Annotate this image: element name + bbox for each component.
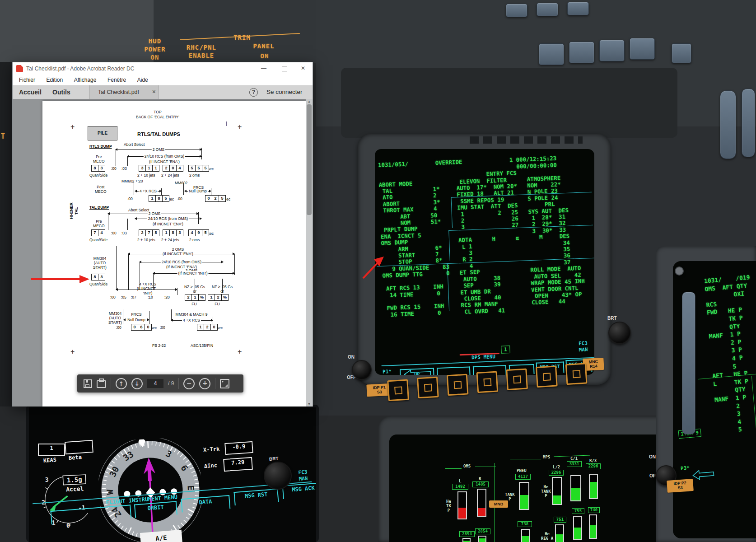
menu-affichage[interactable]: Affichage (70, 75, 101, 85)
pdf-text: :00 (177, 196, 182, 201)
pile-box: PILE (88, 126, 117, 140)
tab-document[interactable]: Tal Checklist.pdf × (89, 85, 159, 99)
edgekey-glyph (453, 381, 462, 389)
brightness-knob[interactable] (608, 322, 631, 344)
panel-button[interactable] (569, 42, 594, 63)
fault-line-number: 1 (504, 346, 507, 352)
pdf-text: 2 OMS (148, 211, 161, 216)
zoom-out-button[interactable]: − (183, 378, 195, 389)
next-page-button[interactable]: ↓ (131, 378, 143, 389)
prev-page-button[interactable]: ↑ (116, 378, 127, 389)
oms-r-value: 1485 (472, 481, 489, 487)
pdf-text: :03 (121, 166, 127, 171)
edgekey-button[interactable] (506, 368, 528, 390)
crt-power-knob[interactable] (352, 360, 372, 380)
close-button[interactable]: ✕ (301, 65, 305, 71)
fi-fc3-label: FC3 (298, 469, 308, 476)
red-annotation-arrow-pdf (31, 273, 90, 285)
pdf-text: Abort Select (128, 208, 149, 212)
panel-button[interactable] (539, 43, 564, 65)
rcrt-on-label: ON (649, 454, 656, 460)
reg-bar (521, 529, 530, 542)
edgekey-button[interactable] (565, 363, 588, 385)
edgekey-button[interactable] (417, 377, 439, 399)
toolbar-separator (178, 378, 179, 389)
pdf-text: 4 +X RCS (182, 318, 201, 322)
pdf-footer-page: FB 2-22 (152, 343, 166, 348)
fill (590, 525, 596, 538)
fi-menu-msg-rst[interactable]: MSG RST (233, 489, 279, 506)
c1-fill (571, 488, 580, 500)
l2-value: 2296 (549, 470, 564, 476)
keas-value: 1 (50, 445, 53, 451)
mps-display-screen: OMS MPS L 1492 R 1485 He TK P 2854 2854 … (389, 435, 667, 542)
fi-brightness-knob[interactable] (264, 462, 292, 490)
tank-p-label: TANK P (505, 492, 515, 501)
minimize-button[interactable]: — (261, 65, 266, 71)
pdf-text: TOP (154, 110, 161, 114)
pdf-text: (If INCNCT 'ENA') (149, 159, 180, 164)
trim-label-2: PANEL (247, 42, 280, 50)
scrollbar-thumb[interactable] (307, 104, 312, 215)
pdf-text: Quan/Side (89, 173, 107, 178)
scrollbar-track[interactable]: ▲ ▼ (306, 99, 313, 406)
he-reg-a-label: He REG A (541, 532, 553, 541)
idp-p2-tag: IDP P2 S3 (667, 479, 694, 493)
pdf-text: (If INCNCT 'ENA') (153, 222, 183, 226)
c1-value: 3331 (567, 461, 582, 467)
beta-label: Beta (69, 454, 82, 461)
fullscreen-icon[interactable] (220, 379, 229, 388)
dinc-value: 7.29 (231, 459, 245, 466)
panel-button[interactable] (567, 2, 589, 15)
fill (556, 534, 563, 542)
tab-accueil[interactable]: Accueil (19, 89, 42, 96)
pdf-text: Post MECO (95, 185, 107, 194)
keas-label: KEAS (43, 457, 57, 464)
panel-button[interactable] (672, 43, 691, 63)
pdf-text: TAL DUMP (89, 205, 109, 210)
save-icon[interactable] (84, 379, 92, 388)
pdf-text: Abort Select (124, 142, 145, 147)
fill (479, 538, 485, 542)
hud-power-label: HUD POWER ON (135, 37, 174, 62)
menu-fichier[interactable]: Fichier (14, 75, 40, 85)
panel-button[interactable] (537, 3, 558, 16)
fi-menu-orbit[interactable]: ORBIT (134, 501, 177, 518)
help-icon[interactable]: ? (249, 88, 258, 97)
panel-button[interactable] (630, 38, 655, 60)
edgekey-button[interactable] (387, 379, 409, 402)
scrollbar-down-icon[interactable]: ▼ (308, 402, 311, 406)
menu-edition[interactable]: Edition (42, 75, 67, 85)
digit-boxes: 183 (163, 229, 183, 236)
signin-link[interactable]: Se connecter (266, 89, 303, 95)
zoom-in-button[interactable]: + (199, 378, 210, 389)
print-icon[interactable] (97, 380, 106, 388)
pdf-text: Pre MECO (93, 154, 105, 164)
pdf-text: 2 oms (189, 238, 200, 242)
scrollbar-up-icon[interactable]: ▲ (308, 100, 311, 103)
digit-boxes: 120 (197, 324, 218, 331)
main-crt-screen: 1031/051/ OVERRIDE 1 000/12:15:23 000/00… (375, 149, 594, 375)
panel-button[interactable] (506, 4, 527, 17)
window-titlebar[interactable]: Tal Checklist.pdf - Adobe Acrobat Reader… (13, 62, 313, 75)
pdf-text: MM602 (175, 181, 187, 185)
menu-fenetre[interactable]: Fenêtre (103, 75, 131, 85)
tab-outils[interactable]: Outils (52, 89, 70, 96)
page-number: 4 (154, 380, 157, 387)
menu-aide[interactable]: Aide (133, 75, 153, 85)
right-crt-screw (675, 266, 684, 276)
pdf-text: 24/10 RCS (from OMS) (161, 260, 202, 264)
acrobat-icon-fold (21, 65, 23, 67)
edgekey-button[interactable] (476, 371, 499, 393)
fi-ae-label: A/E (155, 534, 167, 542)
pneu-label: PNEU (517, 468, 527, 473)
mps-section-label: MPS (543, 455, 550, 459)
edgekey-button[interactable] (447, 374, 469, 396)
maximize-button[interactable] (282, 66, 287, 71)
edgekey-button[interactable] (536, 365, 558, 388)
fi-menu-data[interactable]: DATA (181, 495, 230, 512)
panel-button[interactable] (599, 40, 625, 61)
tab-close-icon[interactable]: × (152, 88, 156, 95)
page-number-input[interactable]: 4 (147, 379, 163, 388)
glareshield-panel (341, 68, 677, 138)
